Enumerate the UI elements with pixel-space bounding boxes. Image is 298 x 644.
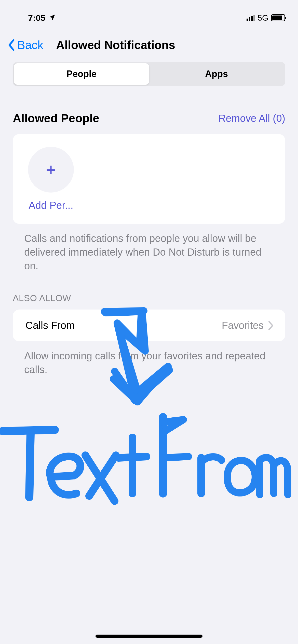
plus-icon: + — [46, 160, 56, 180]
allowed-people-footer: Calls and notifications from people you … — [0, 224, 298, 273]
calls-from-value: Favorites — [222, 320, 264, 331]
signal-icon — [247, 15, 255, 21]
calls-from-right: Favorites — [222, 320, 274, 331]
back-button[interactable]: Back — [8, 38, 43, 52]
battery-icon — [271, 14, 285, 21]
status-bar: 7:05 5G — [0, 0, 298, 28]
calls-from-row[interactable]: Calls From Favorites — [13, 310, 285, 341]
also-allow-label: ALSO ALLOW — [0, 273, 298, 310]
add-circle: + — [28, 147, 74, 193]
chevron-right-icon — [268, 321, 274, 330]
status-time: 7:05 — [28, 13, 45, 23]
segmented-control: People Apps — [13, 62, 285, 86]
calls-from-label: Calls From — [25, 320, 75, 331]
network-label: 5G — [258, 13, 268, 23]
page-title: Allowed Notifications — [56, 38, 175, 52]
tab-people[interactable]: People — [14, 63, 149, 85]
status-indicators: 5G — [247, 13, 285, 23]
chevron-left-icon — [8, 39, 15, 51]
back-label: Back — [17, 38, 43, 52]
location-icon — [48, 13, 56, 23]
home-indicator[interactable] — [96, 635, 202, 638]
remove-all-button[interactable]: Remove All (0) — [219, 113, 285, 124]
also-allow-footer: Allow incoming calls from your favorites… — [0, 341, 298, 376]
tab-apps[interactable]: Apps — [149, 63, 284, 85]
allowed-people-card: + Add Per... — [13, 134, 285, 224]
nav-header: Back Allowed Notifications — [0, 28, 298, 62]
allowed-people-title: Allowed People — [13, 111, 99, 125]
status-time-area: 7:05 — [28, 13, 56, 23]
add-person-button[interactable]: + Add Per... — [28, 147, 267, 211]
allowed-people-header: Allowed People Remove All (0) — [0, 86, 298, 134]
add-person-label: Add Per... — [28, 200, 74, 211]
